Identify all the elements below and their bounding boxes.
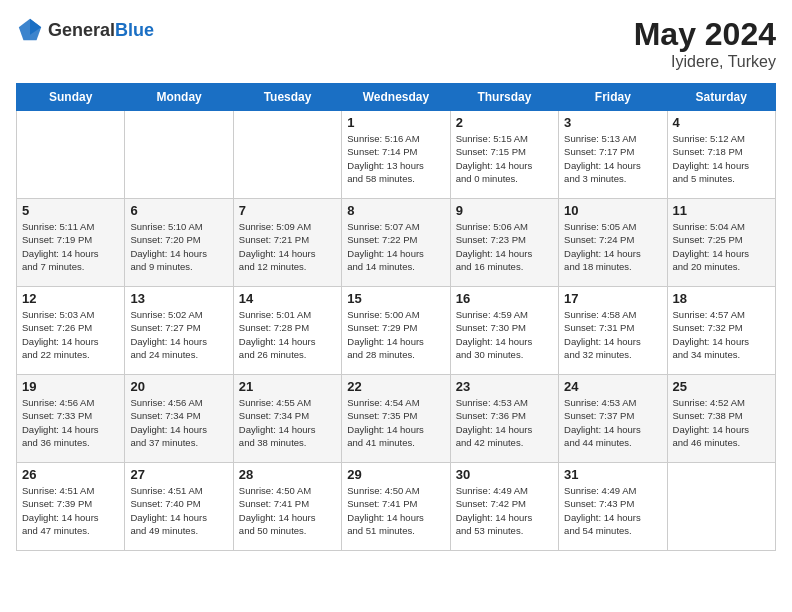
cell-info: Sunrise: 5:03 AM Sunset: 7:26 PM Dayligh…: [22, 308, 119, 361]
calendar-cell: 17Sunrise: 4:58 AM Sunset: 7:31 PM Dayli…: [559, 287, 667, 375]
calendar-cell: 24Sunrise: 4:53 AM Sunset: 7:37 PM Dayli…: [559, 375, 667, 463]
calendar-cell: 9Sunrise: 5:06 AM Sunset: 7:23 PM Daylig…: [450, 199, 558, 287]
calendar-cell: 12Sunrise: 5:03 AM Sunset: 7:26 PM Dayli…: [17, 287, 125, 375]
logo-text-general: General: [48, 20, 115, 40]
day-number: 26: [22, 467, 119, 482]
calendar-week-4: 19Sunrise: 4:56 AM Sunset: 7:33 PM Dayli…: [17, 375, 776, 463]
cell-info: Sunrise: 4:56 AM Sunset: 7:33 PM Dayligh…: [22, 396, 119, 449]
cell-info: Sunrise: 4:49 AM Sunset: 7:42 PM Dayligh…: [456, 484, 553, 537]
calendar-cell: 4Sunrise: 5:12 AM Sunset: 7:18 PM Daylig…: [667, 111, 775, 199]
day-number: 18: [673, 291, 770, 306]
calendar-cell: [667, 463, 775, 551]
day-number: 24: [564, 379, 661, 394]
calendar-cell: 11Sunrise: 5:04 AM Sunset: 7:25 PM Dayli…: [667, 199, 775, 287]
calendar-cell: 26Sunrise: 4:51 AM Sunset: 7:39 PM Dayli…: [17, 463, 125, 551]
cell-info: Sunrise: 4:59 AM Sunset: 7:30 PM Dayligh…: [456, 308, 553, 361]
day-number: 6: [130, 203, 227, 218]
cell-info: Sunrise: 4:53 AM Sunset: 7:37 PM Dayligh…: [564, 396, 661, 449]
calendar-cell: 13Sunrise: 5:02 AM Sunset: 7:27 PM Dayli…: [125, 287, 233, 375]
calendar-cell: 1Sunrise: 5:16 AM Sunset: 7:14 PM Daylig…: [342, 111, 450, 199]
day-number: 27: [130, 467, 227, 482]
day-number: 22: [347, 379, 444, 394]
month-year: May 2024: [634, 16, 776, 53]
cell-info: Sunrise: 5:05 AM Sunset: 7:24 PM Dayligh…: [564, 220, 661, 273]
day-number: 13: [130, 291, 227, 306]
day-number: 30: [456, 467, 553, 482]
calendar-cell: 29Sunrise: 4:50 AM Sunset: 7:41 PM Dayli…: [342, 463, 450, 551]
title-block: May 2024 Iyidere, Turkey: [634, 16, 776, 71]
cell-info: Sunrise: 5:11 AM Sunset: 7:19 PM Dayligh…: [22, 220, 119, 273]
cell-info: Sunrise: 5:09 AM Sunset: 7:21 PM Dayligh…: [239, 220, 336, 273]
cell-info: Sunrise: 4:56 AM Sunset: 7:34 PM Dayligh…: [130, 396, 227, 449]
logo-icon: [16, 16, 44, 44]
cell-info: Sunrise: 4:54 AM Sunset: 7:35 PM Dayligh…: [347, 396, 444, 449]
cell-info: Sunrise: 4:51 AM Sunset: 7:39 PM Dayligh…: [22, 484, 119, 537]
day-number: 28: [239, 467, 336, 482]
location: Iyidere, Turkey: [634, 53, 776, 71]
calendar-cell: 30Sunrise: 4:49 AM Sunset: 7:42 PM Dayli…: [450, 463, 558, 551]
day-number: 21: [239, 379, 336, 394]
cell-info: Sunrise: 4:51 AM Sunset: 7:40 PM Dayligh…: [130, 484, 227, 537]
day-number: 15: [347, 291, 444, 306]
day-header-thursday: Thursday: [450, 84, 558, 111]
day-number: 23: [456, 379, 553, 394]
cell-info: Sunrise: 5:01 AM Sunset: 7:28 PM Dayligh…: [239, 308, 336, 361]
day-number: 25: [673, 379, 770, 394]
calendar-cell: 28Sunrise: 4:50 AM Sunset: 7:41 PM Dayli…: [233, 463, 341, 551]
cell-info: Sunrise: 5:04 AM Sunset: 7:25 PM Dayligh…: [673, 220, 770, 273]
calendar-cell: 14Sunrise: 5:01 AM Sunset: 7:28 PM Dayli…: [233, 287, 341, 375]
calendar-cell: 8Sunrise: 5:07 AM Sunset: 7:22 PM Daylig…: [342, 199, 450, 287]
day-number: 19: [22, 379, 119, 394]
calendar-cell: [17, 111, 125, 199]
logo-text-blue: Blue: [115, 20, 154, 40]
day-number: 2: [456, 115, 553, 130]
calendar-cell: 15Sunrise: 5:00 AM Sunset: 7:29 PM Dayli…: [342, 287, 450, 375]
calendar-week-1: 1Sunrise: 5:16 AM Sunset: 7:14 PM Daylig…: [17, 111, 776, 199]
day-header-friday: Friday: [559, 84, 667, 111]
calendar-week-3: 12Sunrise: 5:03 AM Sunset: 7:26 PM Dayli…: [17, 287, 776, 375]
day-number: 8: [347, 203, 444, 218]
cell-info: Sunrise: 4:53 AM Sunset: 7:36 PM Dayligh…: [456, 396, 553, 449]
cell-info: Sunrise: 5:07 AM Sunset: 7:22 PM Dayligh…: [347, 220, 444, 273]
day-number: 29: [347, 467, 444, 482]
day-number: 20: [130, 379, 227, 394]
cell-info: Sunrise: 5:16 AM Sunset: 7:14 PM Dayligh…: [347, 132, 444, 185]
cell-info: Sunrise: 5:15 AM Sunset: 7:15 PM Dayligh…: [456, 132, 553, 185]
calendar-cell: 18Sunrise: 4:57 AM Sunset: 7:32 PM Dayli…: [667, 287, 775, 375]
calendar-cell: 21Sunrise: 4:55 AM Sunset: 7:34 PM Dayli…: [233, 375, 341, 463]
cell-info: Sunrise: 4:50 AM Sunset: 7:41 PM Dayligh…: [347, 484, 444, 537]
calendar-cell: 3Sunrise: 5:13 AM Sunset: 7:17 PM Daylig…: [559, 111, 667, 199]
day-number: 14: [239, 291, 336, 306]
calendar-cell: 19Sunrise: 4:56 AM Sunset: 7:33 PM Dayli…: [17, 375, 125, 463]
cell-info: Sunrise: 4:55 AM Sunset: 7:34 PM Dayligh…: [239, 396, 336, 449]
cell-info: Sunrise: 4:49 AM Sunset: 7:43 PM Dayligh…: [564, 484, 661, 537]
page-header: GeneralBlue May 2024 Iyidere, Turkey: [16, 16, 776, 71]
calendar-week-5: 26Sunrise: 4:51 AM Sunset: 7:39 PM Dayli…: [17, 463, 776, 551]
calendar-cell: 16Sunrise: 4:59 AM Sunset: 7:30 PM Dayli…: [450, 287, 558, 375]
day-number: 3: [564, 115, 661, 130]
cell-info: Sunrise: 4:57 AM Sunset: 7:32 PM Dayligh…: [673, 308, 770, 361]
day-number: 4: [673, 115, 770, 130]
cell-info: Sunrise: 5:06 AM Sunset: 7:23 PM Dayligh…: [456, 220, 553, 273]
day-number: 17: [564, 291, 661, 306]
day-header-wednesday: Wednesday: [342, 84, 450, 111]
day-number: 12: [22, 291, 119, 306]
calendar-cell: 23Sunrise: 4:53 AM Sunset: 7:36 PM Dayli…: [450, 375, 558, 463]
day-header-monday: Monday: [125, 84, 233, 111]
calendar-cell: [233, 111, 341, 199]
calendar-cell: 2Sunrise: 5:15 AM Sunset: 7:15 PM Daylig…: [450, 111, 558, 199]
day-number: 16: [456, 291, 553, 306]
calendar-cell: 6Sunrise: 5:10 AM Sunset: 7:20 PM Daylig…: [125, 199, 233, 287]
day-header-saturday: Saturday: [667, 84, 775, 111]
day-number: 5: [22, 203, 119, 218]
calendar-cell: 20Sunrise: 4:56 AM Sunset: 7:34 PM Dayli…: [125, 375, 233, 463]
day-header-sunday: Sunday: [17, 84, 125, 111]
calendar-cell: 22Sunrise: 4:54 AM Sunset: 7:35 PM Dayli…: [342, 375, 450, 463]
calendar-cell: [125, 111, 233, 199]
cell-info: Sunrise: 4:58 AM Sunset: 7:31 PM Dayligh…: [564, 308, 661, 361]
cell-info: Sunrise: 5:02 AM Sunset: 7:27 PM Dayligh…: [130, 308, 227, 361]
day-number: 1: [347, 115, 444, 130]
day-number: 11: [673, 203, 770, 218]
calendar-cell: 27Sunrise: 4:51 AM Sunset: 7:40 PM Dayli…: [125, 463, 233, 551]
cell-info: Sunrise: 5:13 AM Sunset: 7:17 PM Dayligh…: [564, 132, 661, 185]
